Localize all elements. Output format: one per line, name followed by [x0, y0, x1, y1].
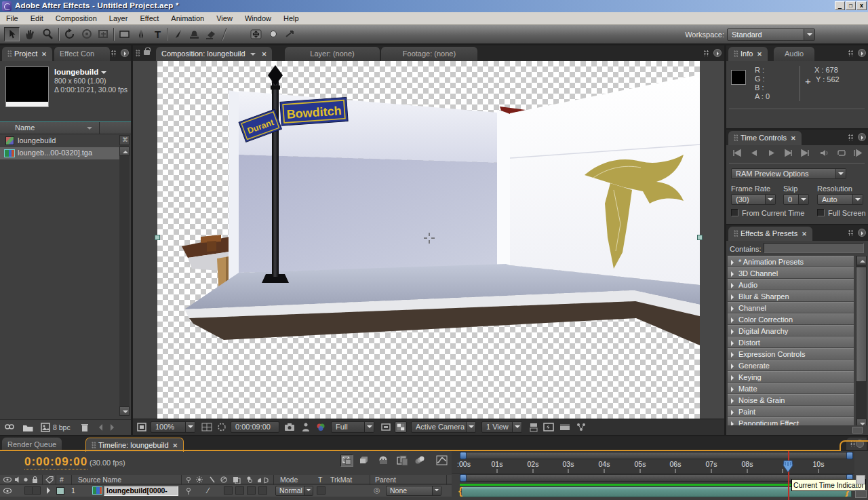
- effects-category[interactable]: 3D Channel: [728, 267, 854, 279]
- layer-switch-box[interactable]: [258, 486, 267, 495]
- layer-switch-box[interactable]: [247, 486, 256, 495]
- effects-category[interactable]: Noise & Grain: [728, 394, 854, 406]
- tab-composition[interactable]: Composition: loungebuild ✕: [156, 47, 272, 61]
- skip-dropdown[interactable]: 0: [783, 194, 809, 205]
- close-icon[interactable]: ✕: [802, 231, 807, 237]
- layer-rasterize-switch[interactable]: ∕: [208, 486, 209, 495]
- close-button[interactable]: x: [856, 1, 867, 10]
- resolution-dropdown[interactable]: Full: [331, 421, 374, 433]
- menu-effect[interactable]: Effect: [134, 14, 165, 22]
- layer-label-swatch[interactable]: [56, 487, 64, 495]
- menu-layer[interactable]: Layer: [103, 14, 134, 22]
- effects-category[interactable]: Distort: [728, 336, 854, 348]
- expand-icon[interactable]: [731, 375, 736, 381]
- menu-composition[interactable]: Composition: [50, 14, 103, 22]
- eraser-tool[interactable]: [203, 27, 218, 41]
- ram-preview-options-dropdown[interactable]: RAM Preview Options: [731, 168, 846, 179]
- current-time-indicator-marker[interactable]: [781, 459, 795, 473]
- column-t[interactable]: T: [318, 476, 322, 484]
- scroll-up-icon[interactable]: [856, 256, 867, 265]
- effects-category[interactable]: Color Correction: [728, 313, 854, 325]
- scroll-up-icon[interactable]: [119, 147, 130, 156]
- effects-category[interactable]: Channel: [728, 302, 854, 313]
- channels-icon[interactable]: [315, 421, 327, 433]
- effects-category[interactable]: Generate: [728, 360, 854, 371]
- search-icon[interactable]: [4, 423, 15, 434]
- parent-pickwhip-icon[interactable]: ◎: [374, 486, 380, 495]
- current-time-indicator-line[interactable]: [788, 451, 789, 500]
- title-bar[interactable]: Adobe After Effects - Untitled Project.a…: [0, 0, 868, 12]
- expand-icon[interactable]: [731, 352, 736, 358]
- panel-menu[interactable]: [704, 49, 722, 58]
- effects-category[interactable]: * Animation Presets: [728, 256, 854, 267]
- panel-menu[interactable]: [848, 49, 866, 58]
- tab-project[interactable]: Project✕: [2, 47, 52, 61]
- flowchart-button-icon[interactable]: [575, 421, 587, 433]
- clone-stamp-tool[interactable]: [186, 27, 202, 41]
- layer-in-point[interactable]: {: [458, 485, 462, 497]
- expand-icon[interactable]: [731, 271, 736, 277]
- play-button[interactable]: [765, 148, 777, 158]
- close-icon[interactable]: ✕: [41, 51, 47, 58]
- close-icon[interactable]: ✕: [262, 51, 267, 58]
- effects-category[interactable]: Audio: [728, 279, 854, 290]
- timeline-scrollbar-piece[interactable]: [856, 475, 865, 484]
- layer-switch-box[interactable]: [235, 486, 244, 495]
- unified-camera-tool[interactable]: [248, 27, 264, 41]
- viewer-timecode-button[interactable]: 0:00:09:00: [231, 421, 279, 433]
- trash-icon[interactable]: [80, 423, 90, 434]
- frame-rate-dropdown[interactable]: (30): [731, 194, 776, 205]
- safe-zones-icon[interactable]: [201, 421, 213, 433]
- blend-mode-dropdown[interactable]: Normal: [275, 486, 313, 496]
- composition-viewport[interactable]: Bowditch Durant: [133, 61, 724, 419]
- timeline-timecode[interactable]: 0:00:09:00: [24, 455, 87, 469]
- region-of-interest-icon[interactable]: [136, 421, 148, 433]
- minimize-button[interactable]: _: [835, 1, 845, 10]
- menu-edit[interactable]: Edit: [24, 14, 50, 22]
- workspace-dropdown[interactable]: Standard: [727, 28, 815, 41]
- pixel-aspect-icon[interactable]: [528, 421, 540, 433]
- selection-handle-right[interactable]: [698, 235, 703, 240]
- project-scrollbar[interactable]: [119, 135, 130, 416]
- work-area-end-handle[interactable]: [846, 452, 853, 459]
- panel-menu[interactable]: [848, 229, 866, 237]
- contains-input[interactable]: [764, 243, 864, 253]
- region-icon[interactable]: [380, 421, 392, 433]
- camera-dropdown[interactable]: Active Camera: [411, 421, 476, 433]
- work-area-start-handle-2[interactable]: [460, 474, 467, 482]
- track-camera-tool[interactable]: [282, 27, 298, 41]
- menu-animation[interactable]: Animation: [165, 14, 210, 22]
- tab-info[interactable]: Info✕: [728, 47, 768, 61]
- effects-category[interactable]: Keying: [728, 371, 854, 383]
- menu-file[interactable]: File: [0, 14, 24, 22]
- layer-visibility-icon[interactable]: [3, 487, 12, 495]
- column-source-name[interactable]: Source Name: [78, 476, 121, 484]
- composition-name[interactable]: loungebuild: [54, 68, 98, 76]
- expand-icon[interactable]: [731, 306, 736, 311]
- layer-expand-arrow[interactable]: [47, 487, 54, 494]
- scroll-down-icon[interactable]: [119, 406, 130, 416]
- layer-name[interactable]: loungebuild[0000-: [104, 486, 178, 496]
- selection-tool[interactable]: [4, 27, 20, 41]
- transparency-grid-icon[interactable]: [395, 421, 407, 433]
- column-parent[interactable]: Parent: [375, 476, 396, 484]
- tab-audio[interactable]: Audio: [774, 47, 814, 61]
- name-column-header[interactable]: Name: [0, 122, 131, 134]
- orbit-camera-tool[interactable]: [79, 27, 95, 41]
- previous-frame-button[interactable]: [748, 148, 760, 158]
- restore-button[interactable]: ❐: [846, 1, 856, 10]
- snapshot-icon[interactable]: [283, 421, 296, 433]
- project-item-composition[interactable]: loungebuild: [0, 135, 119, 147]
- tab-time-controls[interactable]: Time Controls✕: [728, 131, 802, 145]
- folder-icon[interactable]: [22, 423, 34, 434]
- expand-icon[interactable]: [731, 318, 736, 323]
- mask-visibility-icon[interactable]: [216, 421, 228, 433]
- trkmat-box[interactable]: [317, 486, 326, 495]
- layer-shy-switch[interactable]: [184, 487, 193, 495]
- layer-switch-box[interactable]: [224, 486, 233, 495]
- work-area-bar[interactable]: [460, 452, 853, 459]
- next-frame-button[interactable]: [782, 148, 794, 158]
- effects-category[interactable]: Digital Anarchy: [728, 325, 854, 336]
- pen-tool[interactable]: [134, 27, 149, 41]
- camera-track-tool[interactable]: [96, 27, 111, 41]
